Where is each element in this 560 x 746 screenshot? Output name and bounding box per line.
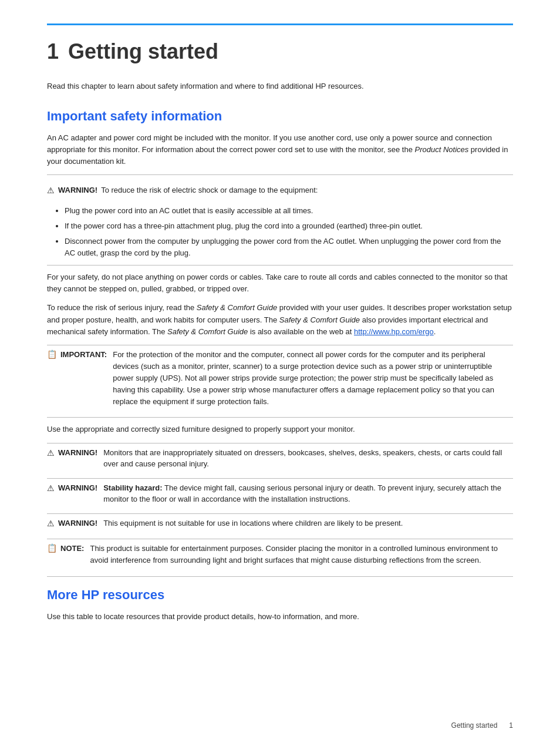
chapter-title: Getting started xyxy=(68,39,218,64)
chapter-number: 1 xyxy=(47,39,59,64)
page-footer: Getting started 1 xyxy=(451,721,513,730)
warning4-block: ⚠ WARNING! This equipment is not suitabl… xyxy=(47,513,513,533)
divider4 xyxy=(47,576,513,577)
warning4-label: WARNING! xyxy=(58,518,97,529)
bullet-item-2: If the power cord has a three-pin attach… xyxy=(65,220,513,232)
warning3-text: Stability hazard: The device might fall,… xyxy=(103,482,513,505)
warning1-label: WARNING! xyxy=(58,184,97,196)
warning3-bold: Stability hazard: xyxy=(103,483,162,492)
top-rule xyxy=(47,23,513,25)
note-icon1: 📋 xyxy=(47,543,57,555)
section1-paragraph4: Use the appropriate and correctly sized … xyxy=(47,424,513,435)
safety-bullet-list: Plug the power cord into an AC outlet th… xyxy=(59,205,513,260)
section1-paragraph1: An AC adapter and power cord might be in… xyxy=(47,132,513,167)
warning-triangle-icon4: ⚠ xyxy=(47,518,55,530)
note1-text: This product is suitable for entertainme… xyxy=(90,543,513,566)
p3-italic2: Safety & Comfort Guide xyxy=(279,315,360,324)
p3-start: To reduce the risk of serious injury, re… xyxy=(47,303,197,312)
section1-paragraph2: For your safety, do not place anything o… xyxy=(47,271,513,295)
warning3-block: ⚠ WARNING! Stability hazard: The device … xyxy=(47,478,513,509)
warning3-rest: The device might fall, causing serious p… xyxy=(103,483,501,504)
important1-text: For the protection of the monitor and th… xyxy=(113,349,513,408)
divider2 xyxy=(47,265,513,266)
p3-italic3: Safety & Comfort Guide xyxy=(167,327,248,336)
warning-triangle-icon1: ⚠ xyxy=(47,185,55,197)
bullet-item-1: Plug the power cord into an AC outlet th… xyxy=(65,205,513,217)
divider3 xyxy=(47,417,513,418)
warning1-text: To reduce the risk of electric shock or … xyxy=(101,184,318,196)
warning-triangle-icon3: ⚠ xyxy=(47,483,55,495)
section1-paragraph3: To reduce the risk of serious injury, re… xyxy=(47,302,513,337)
important1-block: 📋 IMPORTANT: For the protection of the m… xyxy=(47,345,513,412)
warning2-text: Monitors that are inappropriately situat… xyxy=(103,447,513,470)
section2-heading: More HP resources xyxy=(47,587,513,603)
warning2-block: ⚠ WARNING! Monitors that are inappropria… xyxy=(47,443,513,473)
chapter-heading: 1 Getting started xyxy=(47,39,513,64)
bullet-item-3: Disconnect power from the computer by un… xyxy=(65,236,513,259)
ergo-link[interactable]: http://www.hp.com/ergo xyxy=(354,327,434,336)
divider1 xyxy=(47,174,513,175)
p3-link-end: . xyxy=(434,327,436,336)
warning4-text: This equipment is not suitable for use i… xyxy=(103,518,403,529)
note1-block: 📋 NOTE: This product is suitable for ent… xyxy=(47,539,513,570)
warning-triangle-icon2: ⚠ xyxy=(47,448,55,459)
page: 1 Getting started Read this chapter to l… xyxy=(0,0,560,665)
p3-italic1: Safety & Comfort Guide xyxy=(197,303,277,312)
section2-paragraph: Use this table to locate resources that … xyxy=(47,611,513,623)
footer-chapter-label: Getting started xyxy=(451,721,498,730)
paragraph1-italic: Product Notices xyxy=(414,145,468,154)
note1-label: NOTE: xyxy=(60,543,84,555)
p3-end: is also available on the web at xyxy=(248,327,354,336)
warning2-label: WARNING! xyxy=(58,447,97,459)
warning3-label: WARNING! xyxy=(58,482,97,494)
footer-page-number: 1 xyxy=(509,721,513,730)
section1-heading: Important safety information xyxy=(47,109,513,124)
warning1-block: ⚠ WARNING! To reduce the risk of electri… xyxy=(47,181,513,200)
important1-label: IMPORTANT: xyxy=(60,349,107,361)
chapter-intro: Read this chapter to learn about safety … xyxy=(47,80,513,92)
important-icon1: 📋 xyxy=(47,349,57,361)
